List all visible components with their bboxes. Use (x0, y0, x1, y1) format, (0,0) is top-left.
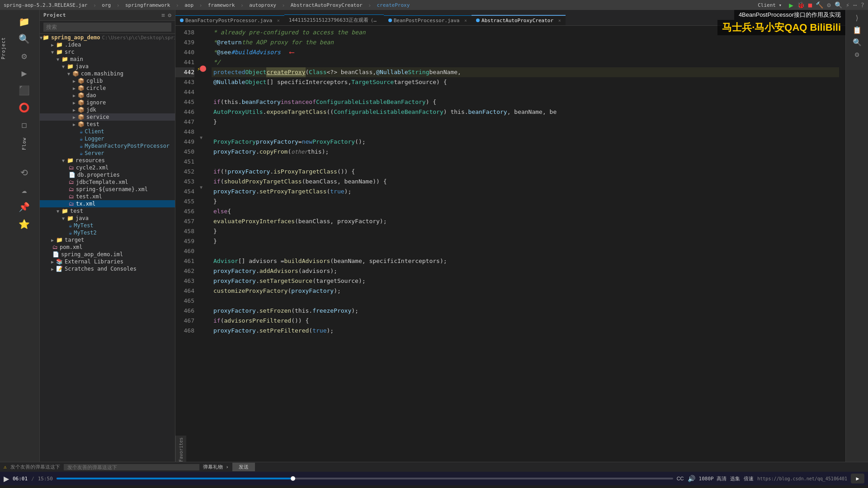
tree-item-scratches[interactable]: ▶ 📝 Scratches and Consoles (40, 265, 175, 272)
quality-label[interactable]: 1080P 高清 (699, 475, 727, 482)
code-editor[interactable]: 438 439 440 441 442 443 444 445 446 447 … (175, 26, 845, 436)
right-icon-3[interactable]: 🔍 (853, 38, 862, 47)
breadcrumb-item[interactable]: spring-aop-5.2.3.RELEASE.jar (4, 2, 87, 8)
tree-item-dao[interactable]: ▶ 📦 dao (40, 92, 175, 99)
tree-item-mybfpp[interactable]: ☕ MyBeanFactoryPostProcessor (40, 142, 175, 150)
play-button[interactable]: ▶ (4, 474, 9, 483)
tree-item-testxml[interactable]: 🗂 test.xml (40, 193, 175, 200)
sidebar-icon-circle[interactable]: ⭕ (16, 99, 33, 116)
breadcrumb-bar: spring-aop-5.2.3.RELEASE.jar › org › spr… (0, 0, 868, 10)
url-display: https://blog.csdn.net/qq_45106401 (757, 476, 847, 481)
toolbar-stop[interactable]: ■ (808, 1, 812, 9)
toolbar-run[interactable]: ▶ (789, 1, 793, 9)
favorites-panel: Favorites (175, 436, 186, 462)
toolbar-more[interactable]: ⋯ (853, 1, 857, 9)
toolbar-settings[interactable]: ⚙ (827, 1, 830, 9)
tree-item-jdk[interactable]: ▶ 📦 jdk (40, 106, 175, 113)
tree-item[interactable]: ▼ 📁 main (40, 56, 175, 63)
tree-item-circle[interactable]: ▶ 📦 circle (40, 84, 175, 92)
sidebar-icon-rect[interactable]: ◻ (16, 117, 33, 133)
right-icon-1[interactable]: ⟩ (855, 14, 859, 22)
tree-item-cglib[interactable]: ▶ 📦 cglib (40, 77, 175, 84)
breadcrumb-item[interactable]: springframework (125, 2, 170, 8)
tree-item-test[interactable]: ▶ 📦 test (40, 121, 175, 128)
toolbar-git[interactable]: ⚡ (846, 1, 849, 9)
fold-icon-1[interactable]: ▼ (200, 135, 203, 140)
breadcrumb-item[interactable]: org (102, 2, 111, 8)
toolbar-search[interactable]: 🔍 (835, 1, 842, 9)
send-button[interactable]: 发送 (232, 463, 255, 471)
tree-item[interactable]: ▼ 📁 java (40, 63, 175, 70)
current-time: 06:01 (13, 476, 28, 482)
breadcrumb-item[interactable]: aop (184, 2, 193, 8)
breadcrumb-item[interactable]: AbstractAutoProxyCreator (291, 2, 363, 8)
subtitle-btn[interactable]: 弹幕礼物 › (203, 464, 229, 470)
tree-item-resources[interactable]: ▼ 📁 resources (40, 157, 175, 164)
breadcrumb-item[interactable]: framework (208, 2, 235, 8)
breakpoint-442[interactable] (200, 66, 206, 72)
tree-item-client[interactable]: ☕ Client (40, 128, 175, 135)
tree-item-server[interactable]: ☕ Server (40, 150, 175, 157)
tree-icon-collapse[interactable]: ≡ (161, 12, 165, 19)
sidebar-icon-back[interactable]: ⟲ (16, 164, 33, 181)
tree-item-logger[interactable]: ☕ Logger (40, 135, 175, 142)
play-overlay-btn[interactable]: ▶ (851, 474, 864, 483)
client-btn[interactable]: Client ▾ (754, 2, 785, 9)
code-content[interactable]: * already pre-configured to access the b… (208, 26, 839, 436)
scrollbar[interactable] (839, 26, 845, 436)
right-icon-2[interactable]: 📋 (853, 26, 862, 34)
tree-icon-cog[interactable]: ⚙ (168, 12, 171, 19)
tree-item-target[interactable]: ▶ 📁 target (40, 236, 175, 244)
subtitle-toggle[interactable]: CC (677, 476, 684, 481)
tab-watching[interactable]: 14411521515123796633正在观看（仅本人可见） × (284, 14, 384, 25)
tree-item[interactable]: ▼ 📦 com.mashibing (40, 70, 175, 77)
sidebar-icon-square[interactable]: ⬛ (16, 82, 33, 99)
tree-root[interactable]: ▼ 📁 spring_aop_demo C:\Users\p\c\Desktop… (40, 34, 175, 41)
sidebar-icon-settings[interactable]: ⚙ (16, 48, 33, 64)
flow-label[interactable]: Flow (22, 137, 27, 150)
tab-bpp[interactable]: BeanPostProcessor.java × (384, 15, 472, 25)
sidebar-icon-pin[interactable]: 📌 (16, 199, 33, 215)
sidebar-icon-folder[interactable]: 📁 (16, 14, 33, 30)
tree-item-service[interactable]: ▶ 📦 service (40, 113, 175, 121)
volume-button[interactable]: 🔊 (688, 475, 695, 482)
sidebar-icon-cloud[interactable]: ☁ (16, 182, 33, 198)
code-line-462: proxyFactory.addAdvisors(advisors); (212, 266, 839, 276)
tree-item-extlib[interactable]: ▶ 📚 External Libraries (40, 258, 175, 265)
breadcrumb-item[interactable]: createProxy (377, 2, 410, 8)
sidebar-icon-search[interactable]: 🔍 (16, 31, 33, 47)
toolbar-build[interactable]: 🔨 (816, 1, 823, 9)
tree-item-mytest[interactable]: ☕ MyTest (40, 222, 175, 229)
tree-item[interactable]: ▼ 📁 src (40, 48, 175, 56)
favorites-label[interactable]: Favorites (179, 437, 184, 462)
tab-aapc[interactable]: AbstractAutoProxyCreator × (472, 15, 566, 25)
tree-item-springxml[interactable]: 🗂 spring-${username}.xml (40, 186, 175, 193)
breadcrumb-item[interactable]: autoproxy (249, 2, 276, 8)
speed-btn[interactable]: 倍速 (744, 475, 754, 482)
progress-bar-container[interactable] (57, 478, 673, 479)
right-icon-4[interactable]: ⚙ (855, 50, 859, 59)
tree-item-java2[interactable]: ▼ 📁 java (40, 215, 175, 222)
tree-item-pom[interactable]: 🗂 pom.xml (40, 244, 175, 251)
tree-item[interactable]: ▶ 📁 .idea (40, 41, 175, 48)
tree-item-cycle2[interactable]: 🗂 cycle2.xml (40, 164, 175, 171)
search-input[interactable] (43, 23, 171, 32)
toolbar-help[interactable]: ? (861, 1, 864, 9)
tree-item-txxml[interactable]: 🗂 tx.xml (40, 200, 175, 207)
code-line-441: */ (212, 57, 839, 67)
sidebar-icon-star[interactable]: ⭐ (16, 216, 33, 232)
tree-item-jdbcxml[interactable]: 🗂 jdbcTemplate.xml (40, 178, 175, 186)
tree-item-ignore[interactable]: ▶ 📦 ignore (40, 99, 175, 106)
tree-item-dbprops[interactable]: 📄 db.properties (40, 171, 175, 178)
tree-item-test2[interactable]: ▼ 📁 test (40, 207, 175, 215)
code-line-449: ProxyFactory proxyFactory = new ProxyFac… (212, 137, 839, 147)
fold-icon-2[interactable]: ▼ (200, 185, 203, 190)
sidebar-project-label[interactable]: Project (1, 37, 6, 59)
tree-item-mytest2[interactable]: ☕ MyTest2 (40, 229, 175, 236)
chat-input[interactable] (64, 464, 199, 470)
toolbar-debug[interactable]: 🐞 (797, 1, 805, 9)
tab-bfpp[interactable]: BeanFactoryPostProcessor.java × (175, 15, 284, 25)
tree-item-iml[interactable]: 📄 spring_aop_demo.iml (40, 251, 175, 258)
sidebar-icon-run[interactable]: ▶ (16, 65, 33, 81)
collection-btn[interactable]: 选集 (730, 475, 740, 482)
